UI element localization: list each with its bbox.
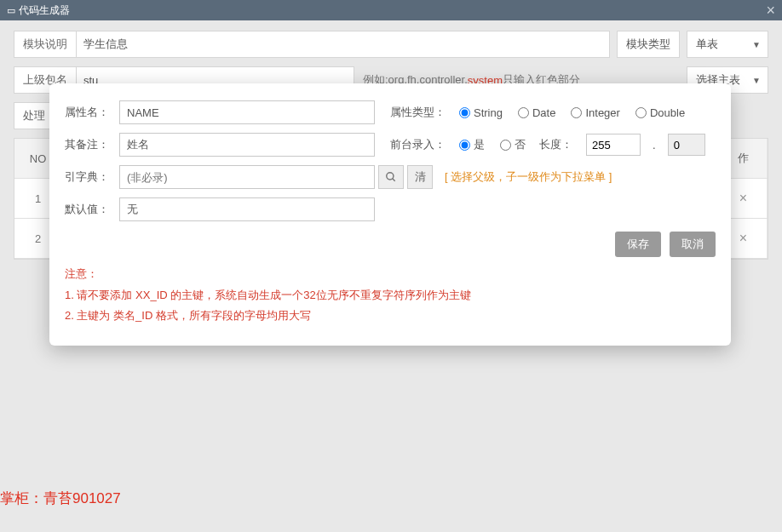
chevron-down-icon: ▼: [752, 40, 761, 49]
window-icon: ▭: [7, 5, 15, 16]
radio-string[interactable]: String: [459, 106, 503, 119]
module-desc-label: 模块说明: [14, 31, 77, 58]
cancel-button[interactable]: 取消: [670, 232, 716, 257]
row-default: 默认值：: [65, 197, 716, 221]
radio-date[interactable]: Date: [518, 106, 555, 119]
default-label: 默认值：: [65, 202, 119, 217]
attr-name-label: 属性名：: [65, 105, 119, 120]
length-input[interactable]: [586, 134, 641, 156]
frontend-input-label: 前台录入：: [390, 137, 446, 152]
titlebar: ▭ 代码生成器 ×: [0, 0, 782, 20]
row-remark: 其备注： 前台录入： 是 否 长度： .: [65, 133, 716, 157]
radio-integer[interactable]: Integer: [571, 106, 619, 119]
notice-line-1: 1. 请不要添加 XX_ID 的主键，系统自动生成一个32位无序不重复字符序列作…: [65, 285, 716, 306]
dialog-buttons: 保存 取消: [65, 232, 716, 257]
attr-type-label: 属性类型：: [390, 105, 446, 120]
module-type-select[interactable]: 单表 ▼: [687, 31, 768, 58]
close-icon[interactable]: ×: [739, 231, 747, 246]
svg-line-1: [393, 179, 395, 181]
radio-no[interactable]: 否: [500, 137, 526, 152]
row-module: 模块说明 模块类型 单表 ▼: [14, 31, 768, 58]
module-type-label: 模块类型: [617, 31, 680, 58]
remark-input[interactable]: [119, 133, 375, 157]
footer-brand: 掌柜：青苔901027: [0, 489, 121, 508]
notice-title: 注意：: [65, 264, 716, 285]
length-dot: .: [653, 139, 656, 152]
length-label: 长度：: [539, 137, 572, 152]
module-desc-input[interactable]: [83, 38, 602, 51]
search-icon: [385, 171, 397, 183]
row-attr-name: 属性名： 属性类型： String Date Integer Double: [65, 100, 716, 124]
chevron-down-icon: ▼: [752, 76, 761, 85]
module-desc-input-wrap[interactable]: [77, 31, 610, 58]
dict-clear-button[interactable]: 清: [407, 165, 433, 189]
dict-label: 引字典：: [65, 169, 119, 185]
module-type-value: 单表: [696, 37, 718, 52]
dict-hint: [ 选择父级，子一级作为下拉菜单 ]: [445, 169, 612, 185]
row-dict: 引字典： 清 [ 选择父级，子一级作为下拉菜单 ]: [65, 165, 716, 189]
svg-point-0: [387, 173, 394, 180]
notice-block: 注意： 1. 请不要添加 XX_ID 的主键，系统自动生成一个32位无序不重复字…: [65, 264, 716, 327]
attr-type-group: String Date Integer Double: [459, 106, 685, 119]
attribute-dialog: 属性名： 属性类型： String Date Integer Double 其备…: [49, 83, 731, 346]
length-decimal-input[interactable]: [668, 134, 705, 156]
dict-search-button[interactable]: [378, 165, 404, 189]
radio-double[interactable]: Double: [635, 106, 685, 119]
window-title: 代码生成器: [19, 3, 70, 18]
notice-line-2: 2. 主键为 类名_ID 格式，所有字段的字母均用大写: [65, 306, 716, 327]
frontend-input-group: 是 否: [459, 137, 526, 152]
dict-input[interactable]: [119, 165, 375, 189]
close-icon[interactable]: ×: [766, 2, 775, 20]
attr-name-input[interactable]: [119, 100, 375, 124]
radio-yes[interactable]: 是: [459, 137, 485, 152]
default-input[interactable]: [119, 197, 375, 221]
save-button[interactable]: 保存: [615, 232, 661, 257]
close-icon[interactable]: ×: [739, 191, 747, 206]
remark-label: 其备注：: [65, 137, 119, 152]
